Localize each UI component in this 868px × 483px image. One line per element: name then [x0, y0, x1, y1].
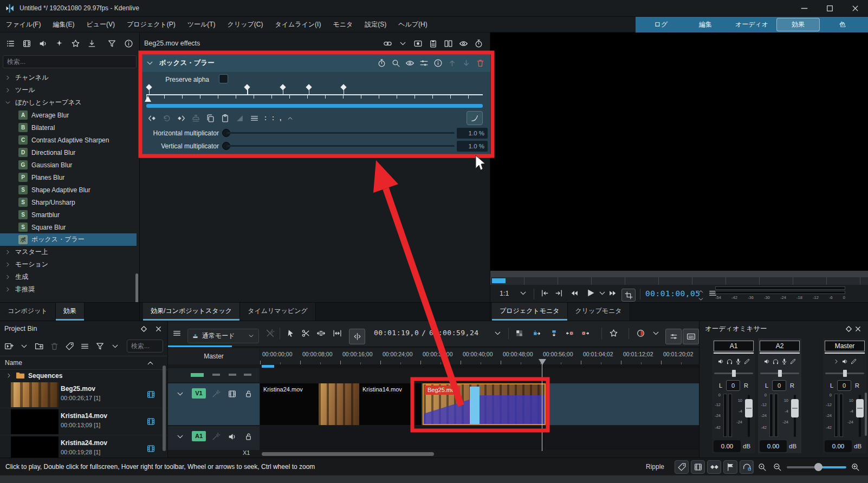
effect-tree-item[interactable]: DDirectional Blur — [0, 146, 137, 159]
effect-tree-item[interactable]: マスター上 — [0, 246, 137, 258]
extract-zone-icon[interactable] — [565, 329, 574, 338]
bin-search-input[interactable]: 検索... — [127, 340, 163, 353]
close-button[interactable] — [843, 0, 868, 17]
zoom-fit-icon[interactable] — [757, 462, 767, 472]
move-up-icon[interactable] — [448, 58, 457, 68]
effect-tree-item[interactable]: BBilateral — [0, 121, 137, 134]
effect-collapse-icon[interactable] — [145, 58, 154, 68]
fader-handle[interactable] — [856, 399, 864, 417]
timeline-clip-beg25-selected[interactable]: Beg25.mov — [423, 383, 546, 425]
maximize-button[interactable] — [817, 0, 843, 17]
fast-forward-icon[interactable] — [608, 289, 618, 298]
collapsed-track-body[interactable] — [260, 368, 699, 382]
menu-item[interactable]: タイムライン(I) — [269, 17, 327, 32]
folder-expand-icon[interactable] — [5, 372, 12, 379]
stamp-icon[interactable] — [191, 114, 200, 123]
monitor-tab-1[interactable]: クリップモニタ — [568, 303, 630, 321]
timeline-ruler[interactable]: 00:00:00;0000:00:08;0000:00:16;0000:00:2… — [260, 348, 699, 364]
copy-icon[interactable] — [206, 114, 215, 123]
info-icon[interactable] — [124, 39, 133, 48]
keyframe-marker[interactable] — [281, 84, 286, 95]
effect-tree-item[interactable]: PPlanes Blur — [0, 171, 137, 184]
menu-icon[interactable] — [250, 114, 259, 123]
mask-icon[interactable] — [413, 39, 423, 48]
keyframe-format-option[interactable]: , — [280, 114, 281, 122]
chevron-right-icon[interactable] — [833, 358, 840, 365]
menu-icon[interactable] — [80, 342, 89, 351]
mixer-toggle-button[interactable] — [665, 329, 682, 344]
volume-value[interactable]: 0.00 — [760, 440, 787, 452]
close-panel-icon[interactable] — [853, 324, 863, 334]
chevron-down-icon[interactable] — [111, 342, 120, 351]
track-badge[interactable]: V1 — [192, 388, 206, 399]
effect-tree-item[interactable]: SSharp/Unsharp — [0, 196, 137, 208]
pan-value[interactable]: 0 — [772, 380, 786, 391]
chevron-up-icon[interactable] — [287, 115, 294, 122]
keyframe-marker[interactable] — [341, 84, 347, 95]
timeline-hscrollbar[interactable] — [260, 451, 699, 457]
track-header-v1[interactable]: V1 — [168, 383, 260, 425]
insert-clip-icon[interactable] — [532, 329, 541, 338]
speaker-icon[interactable] — [38, 39, 48, 48]
move-down-icon[interactable] — [462, 58, 471, 68]
download-icon[interactable] — [87, 39, 96, 48]
menu-item[interactable]: クリップ(C) — [222, 17, 269, 32]
monitor-zoom-dropdown-icon[interactable] — [519, 289, 528, 298]
monitor-seekbar[interactable] — [490, 277, 868, 285]
menu-item[interactable]: ツール(T) — [182, 17, 222, 32]
slip-tool-button[interactable] — [349, 329, 365, 344]
keyframe-ruler[interactable] — [146, 84, 483, 103]
effect-tree-item[interactable]: 非推奨 — [0, 283, 137, 296]
spark-icon[interactable] — [55, 39, 64, 48]
sliders-icon[interactable] — [419, 58, 429, 68]
headphones-icon[interactable] — [726, 358, 733, 365]
bin-column-header[interactable]: Name — [0, 356, 167, 370]
bin-scrollbar[interactable] — [163, 365, 166, 451]
mic-icon[interactable] — [735, 358, 742, 365]
track-badge[interactable]: A1 — [192, 431, 206, 441]
track-lock-icon[interactable] — [244, 389, 253, 399]
keyframe-marker[interactable] — [307, 84, 312, 95]
keyframe-zone-bar[interactable] — [146, 104, 483, 108]
effect-tree-item[interactable]: ポボックス・ブラー — [0, 233, 137, 246]
undo-icon[interactable] — [162, 114, 171, 123]
timer-icon[interactable] — [377, 58, 386, 68]
float-panel-icon[interactable] — [844, 324, 853, 334]
menu-item[interactable]: モニタ — [327, 17, 359, 32]
monitor-tab-0[interactable]: プロジェクトモニタ — [492, 303, 568, 321]
keyframe-playhead[interactable] — [145, 96, 151, 102]
zoom-in-icon[interactable] — [851, 462, 860, 472]
effect-tree-item[interactable]: SShape Adaptive Blur — [0, 184, 137, 196]
funnel-icon[interactable] — [95, 342, 105, 351]
float-panel-icon[interactable] — [139, 324, 148, 334]
search-icon[interactable] — [391, 58, 400, 68]
lift-zone-icon[interactable] — [581, 329, 590, 338]
flag-button[interactable] — [723, 460, 737, 474]
workspace-tab[interactable]: ログ — [639, 18, 683, 31]
pen-icon[interactable] — [789, 358, 796, 365]
film-icon[interactable] — [22, 39, 31, 48]
edit-mode-dropdown[interactable]: 通常モード — [187, 329, 259, 343]
audio-split-icon[interactable] — [265, 329, 275, 338]
kf-prev-icon[interactable] — [147, 114, 157, 123]
headphones-icon[interactable] — [772, 358, 779, 365]
pen-icon[interactable] — [743, 358, 750, 365]
track-effects-icon[interactable] — [211, 432, 221, 441]
selection-tool-icon[interactable] — [286, 329, 295, 338]
keyframe-marker[interactable] — [245, 84, 250, 95]
menu-item[interactable]: ファイル(F) — [0, 17, 47, 32]
new-folder-icon[interactable] — [35, 342, 44, 351]
timeline-menu-icon[interactable] — [172, 329, 182, 338]
tag-icon[interactable] — [65, 342, 74, 351]
bin-folder-row[interactable]: Sequences — [0, 370, 167, 381]
list-icon[interactable] — [6, 39, 15, 48]
overwrite-clip-icon[interactable] — [549, 329, 559, 338]
ramp-icon[interactable] — [235, 114, 244, 123]
mic-icon[interactable] — [781, 358, 788, 365]
subtitle-toggle-button[interactable] — [683, 329, 699, 344]
workspace-tab[interactable]: 色 — [821, 18, 864, 31]
monitor-timecode[interactable]: 00:01:00,05 — [645, 289, 701, 298]
track-collapse-icon[interactable] — [176, 389, 185, 399]
balance-slider[interactable] — [714, 369, 753, 377]
balance-slider[interactable] — [825, 369, 864, 377]
